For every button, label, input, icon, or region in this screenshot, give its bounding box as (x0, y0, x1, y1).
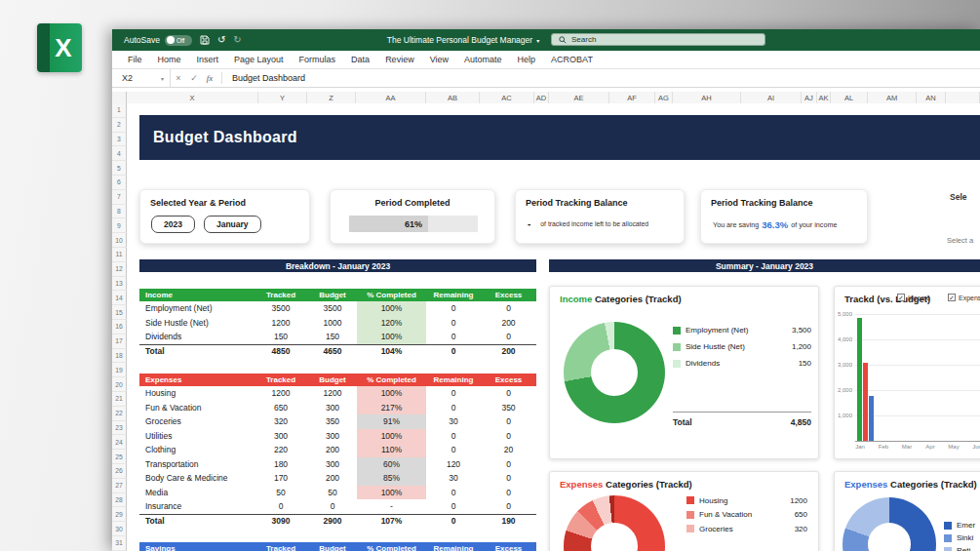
row-header-15[interactable]: 15 (112, 305, 127, 320)
bar-income[interactable] (857, 318, 862, 441)
cell[interactable]: 0 (481, 414, 536, 429)
cell[interactable]: 217% (357, 401, 426, 415)
menu-tab-formulas[interactable]: Formulas (292, 51, 344, 68)
year-button[interactable]: 2023 (151, 216, 195, 233)
name-box[interactable]: X2 ▾ (112, 69, 171, 87)
menu-tab-home[interactable]: Home (150, 51, 189, 68)
row-header-29[interactable]: 29 (112, 507, 127, 522)
cell[interactable]: Income (139, 289, 254, 301)
cell[interactable]: Groceries (139, 414, 254, 429)
cell[interactable]: 100% (357, 330, 426, 344)
row-header-12[interactable]: 12 (112, 262, 127, 277)
excel-app-icon[interactable]: X (37, 23, 82, 72)
cell[interactable]: 200 (481, 316, 536, 331)
row-header-9[interactable]: 9 (112, 218, 127, 233)
cell[interactable]: 150 (254, 330, 308, 344)
cell[interactable]: Body Care & Medicine (139, 471, 254, 486)
menu-tab-data[interactable]: Data (343, 51, 377, 68)
cell[interactable]: 0 (426, 301, 481, 316)
cell[interactable]: 0 (481, 429, 536, 444)
cell[interactable]: 100% (357, 429, 426, 444)
formula-bar-content[interactable]: Budget Dashboard (226, 73, 305, 83)
bar-expenses[interactable] (863, 363, 868, 441)
row-header-28[interactable]: 28 (112, 493, 127, 508)
row-header-23[interactable]: 23 (112, 421, 127, 436)
cell[interactable]: Expenses (139, 374, 254, 386)
cell[interactable]: Remaining (426, 289, 481, 301)
cell[interactable]: 0 (426, 345, 481, 359)
cell[interactable]: 350 (308, 414, 357, 429)
row-header-13[interactable]: 13 (112, 277, 127, 292)
cell[interactable]: Budget (308, 542, 357, 551)
cell[interactable]: Tracked (254, 289, 308, 301)
cell[interactable]: Utilities (139, 429, 254, 444)
redo-icon[interactable]: ↻ (233, 35, 241, 45)
cell[interactable]: Excess (481, 289, 536, 301)
cell[interactable]: 85% (357, 471, 426, 486)
row-header-11[interactable]: 11 (112, 248, 127, 262)
cell[interactable]: - (357, 499, 426, 514)
row-header-4[interactable]: 4 (112, 146, 127, 161)
checkbox-income[interactable]: ✓Income (897, 294, 930, 301)
menu-tab-acrobat[interactable]: ACROBAT (543, 51, 601, 68)
cell[interactable]: Side Hustle (Net) (139, 316, 254, 331)
cell[interactable]: Total (139, 515, 254, 529)
cell[interactable]: 0 (426, 386, 481, 401)
cell[interactable]: 50 (308, 486, 357, 500)
cell[interactable]: 150 (308, 330, 357, 344)
cell[interactable]: 190 (481, 515, 536, 529)
menu-tab-review[interactable]: Review (377, 51, 422, 68)
cell[interactable]: 0 (426, 330, 481, 344)
menu-tab-view[interactable]: View (422, 51, 456, 68)
row-header-25[interactable]: 25 (112, 450, 127, 464)
bar-savings[interactable] (869, 396, 874, 441)
row-header-26[interactable]: 26 (112, 464, 127, 479)
cell[interactable]: 300 (308, 429, 357, 444)
cell[interactable]: Transportation (139, 457, 254, 472)
cell[interactable]: Remaining (426, 374, 481, 386)
row-header-24[interactable]: 24 (112, 435, 127, 450)
enter-icon[interactable]: ✓ (186, 73, 202, 83)
cell[interactable]: 0 (426, 486, 481, 500)
cell[interactable]: 120% (357, 316, 426, 331)
cell[interactable]: 0 (481, 471, 536, 486)
cell[interactable]: 100% (357, 386, 426, 401)
cancel-icon[interactable]: × (171, 73, 186, 83)
checkbox-expenses[interactable]: ✓Expenses (948, 294, 980, 301)
cell[interactable]: 30 (426, 471, 481, 486)
cell[interactable]: Dividends (139, 330, 254, 344)
insert-function-icon[interactable]: fx (202, 73, 217, 83)
cell[interactable]: Remaining (426, 542, 481, 551)
cell[interactable]: % Completed (357, 289, 426, 301)
cell[interactable]: 300 (308, 401, 357, 415)
row-header-21[interactable]: 21 (112, 392, 127, 407)
cell[interactable]: 2900 (308, 515, 357, 529)
row-header-18[interactable]: 18 (112, 349, 127, 364)
cell[interactable]: 0 (481, 486, 536, 500)
cell[interactable]: 200 (308, 443, 357, 457)
undo-icon[interactable]: ↺ (217, 35, 225, 45)
cell[interactable]: 200 (481, 345, 536, 359)
row-header-14[interactable]: 14 (112, 291, 127, 305)
cell[interactable]: 104% (357, 345, 426, 359)
income-donut-chart[interactable] (564, 322, 665, 423)
cell[interactable]: Excess (481, 542, 536, 551)
month-button[interactable]: January (204, 216, 261, 233)
row-header-30[interactable]: 30 (112, 522, 127, 536)
cell[interactable]: 30 (426, 414, 481, 429)
cell[interactable]: 3500 (254, 301, 308, 316)
cell[interactable]: 120 (426, 457, 481, 472)
row-header-10[interactable]: 10 (112, 233, 127, 248)
cell[interactable]: 300 (308, 457, 357, 472)
cell[interactable]: Tracked (254, 374, 308, 386)
row-header-8[interactable]: 8 (112, 205, 127, 219)
cell[interactable]: Clothing (139, 443, 254, 457)
cell[interactable]: 110% (357, 443, 426, 457)
cell[interactable]: Excess (481, 374, 536, 386)
cell[interactable]: % Completed (357, 542, 426, 551)
cell[interactable]: 300 (254, 429, 308, 444)
cell[interactable]: 4650 (308, 345, 357, 359)
cell[interactable]: Fun & Vacation (139, 401, 254, 415)
menu-tab-help[interactable]: Help (510, 51, 544, 68)
cell[interactable]: 100% (357, 301, 426, 316)
